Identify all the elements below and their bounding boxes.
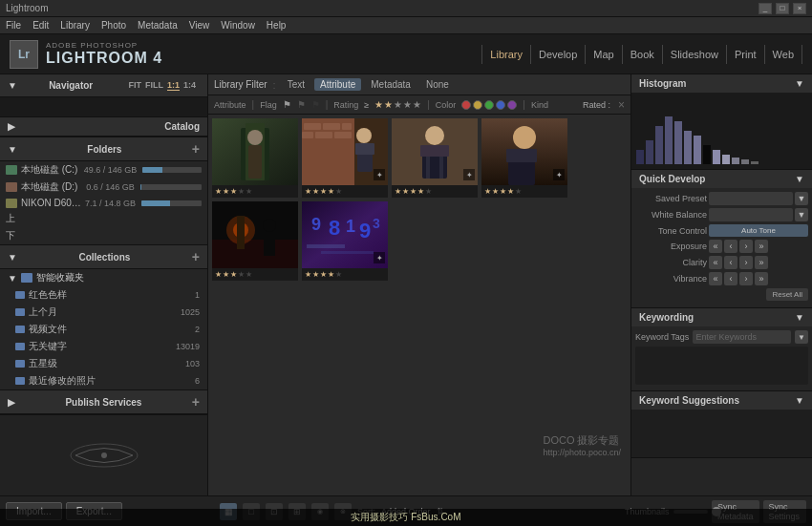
close-button[interactable]: ×: [793, 3, 806, 14]
view-compare-button[interactable]: ⊡: [266, 503, 283, 520]
photo-cell-4[interactable]: ★ ★ ★ ★ ★ ✦: [481, 118, 567, 198]
folder-item-h[interactable]: NIKON D600 (H:) 7.1 / 14.8 GB: [0, 196, 207, 210]
kw-input-field[interactable]: Enter Keywords: [693, 330, 791, 344]
photo-cell-6[interactable]: 9 8 1 9 3 ★ ★ ★ ★ ★ ✦: [302, 201, 388, 281]
qd-clarity-uu[interactable]: »: [755, 256, 768, 269]
collections-header[interactable]: ▼ Collections +: [0, 245, 207, 269]
star-3[interactable]: ★: [394, 99, 402, 110]
photo-grid[interactable]: ★ ★ ★ ★ ★: [208, 115, 630, 495]
star-4[interactable]: ★: [403, 99, 412, 110]
menu-photo[interactable]: Photo: [101, 20, 126, 31]
collection-item-2[interactable]: 视频文件 2: [0, 321, 207, 338]
star-2[interactable]: ★: [384, 99, 393, 110]
filter-tab-text[interactable]: Text: [282, 78, 310, 91]
folders-add-button[interactable]: +: [192, 141, 200, 157]
menu-view[interactable]: View: [189, 20, 210, 31]
filter-tab-metadata[interactable]: Metadata: [365, 78, 417, 91]
menu-file[interactable]: File: [6, 20, 21, 31]
flag-icon-grey[interactable]: ⚑: [297, 99, 306, 110]
rating-stars[interactable]: ★ ★ ★ ★ ★: [374, 99, 421, 110]
collection-item-3[interactable]: 无关键字 13019: [0, 338, 207, 355]
folder-item-d[interactable]: 本地磁盘 (D:) 0.6 / 146 GB: [0, 179, 207, 196]
sort-arrow[interactable]: ⇅: [437, 507, 444, 516]
qd-preset-btn[interactable]: ▼: [795, 192, 808, 205]
collection-item-1[interactable]: 上个月 1025: [0, 304, 207, 321]
keywording-header[interactable]: Keywording ▼: [631, 308, 812, 326]
sort-value[interactable]: Added Order: [381, 507, 431, 516]
1to1-control[interactable]: 1:1: [167, 80, 180, 91]
color-dot-blue[interactable]: [496, 100, 505, 110]
flag-icon-black[interactable]: ⚑: [311, 99, 320, 110]
kw-settings-button[interactable]: ▼: [795, 330, 808, 344]
folder-item-c[interactable]: 本地磁盘 (C:) 49.6 / 146 GB: [0, 161, 207, 179]
menu-metadata[interactable]: Metadata: [138, 20, 178, 31]
keyword-suggestions-header[interactable]: Keyword Suggestions ▼: [631, 391, 812, 410]
module-develop[interactable]: Develop: [531, 45, 586, 64]
collection-item-4[interactable]: 五星级 103: [0, 355, 207, 372]
sync-settings-button[interactable]: Sync Settings: [763, 500, 806, 523]
quick-develop-header[interactable]: Quick Develop ▼: [631, 170, 812, 188]
thumbnail-slider[interactable]: [673, 510, 708, 514]
view-extra1-button[interactable]: ◉: [311, 503, 329, 520]
qd-exp-u[interactable]: ›: [739, 240, 753, 253]
qd-vibrance-uu[interactable]: »: [755, 272, 768, 285]
color-dot-purple[interactable]: [507, 100, 517, 110]
thumbnail-slider-knob[interactable]: [712, 507, 721, 516]
filter-tab-none[interactable]: None: [420, 78, 455, 91]
menu-library[interactable]: Library: [60, 20, 90, 31]
qd-vibrance-dl[interactable]: «: [709, 272, 722, 285]
qd-wb-control[interactable]: [709, 208, 793, 221]
module-book[interactable]: Book: [623, 45, 663, 64]
module-print[interactable]: Print: [727, 45, 765, 64]
qd-preset-control[interactable]: [709, 192, 793, 205]
fit-control[interactable]: FIT: [128, 80, 141, 91]
import-button[interactable]: Import...: [6, 502, 62, 520]
module-library[interactable]: Library: [481, 45, 531, 64]
view-extra2-button[interactable]: ⊗: [334, 503, 352, 520]
qd-vibrance-d[interactable]: ‹: [724, 272, 737, 285]
menu-help[interactable]: Help: [267, 20, 287, 31]
module-web[interactable]: Web: [765, 45, 802, 64]
photo-cell-1[interactable]: ★ ★ ★ ★ ★: [212, 118, 298, 198]
window-controls[interactable]: _ □ ×: [759, 3, 806, 14]
qd-clarity-dl[interactable]: «: [709, 256, 722, 269]
menu-window[interactable]: Window: [221, 20, 255, 31]
filter-tab-attribute[interactable]: Attribute: [314, 78, 361, 91]
color-dot-red[interactable]: [461, 100, 471, 110]
qd-vibrance-u[interactable]: ›: [739, 272, 753, 285]
folder-item-down[interactable]: 下: [0, 227, 207, 244]
photo-cell-5[interactable]: ★ ★ ★ ★ ★: [212, 201, 298, 281]
1to4-control[interactable]: 1:4: [183, 80, 196, 91]
collections-add-button[interactable]: +: [192, 249, 200, 264]
color-dot-yellow[interactable]: [473, 100, 482, 110]
filter-close-button[interactable]: ×: [618, 98, 625, 112]
view-loupe-button[interactable]: □: [243, 503, 260, 520]
collection-item-5[interactable]: 最近修改的照片 6: [0, 372, 207, 389]
qd-reset-all-button[interactable]: Reset All: [766, 288, 808, 301]
qd-wb-btn[interactable]: ▼: [795, 208, 808, 221]
qd-exp-d[interactable]: ‹: [724, 240, 737, 253]
catalog-header[interactable]: ▶ Catalog: [0, 117, 207, 137]
minimize-button[interactable]: _: [759, 3, 772, 14]
qd-clarity-u[interactable]: ›: [739, 256, 753, 269]
folders-header[interactable]: ▼ Folders +: [0, 137, 207, 161]
qd-exp-dl[interactable]: «: [709, 240, 722, 253]
qd-auto-tone-button[interactable]: Auto Tone: [709, 224, 808, 237]
module-map[interactable]: Map: [586, 45, 622, 64]
photo-cell-3[interactable]: ★ ★ ★ ★ ★ ✦: [392, 118, 478, 198]
maximize-button[interactable]: □: [776, 3, 789, 14]
module-slideshow[interactable]: Slideshow: [663, 45, 727, 64]
export-button[interactable]: Export...: [66, 502, 122, 520]
star-1[interactable]: ★: [374, 99, 383, 110]
navigator-header[interactable]: ▼ Navigator FIT FILL 1:1 1:4: [0, 74, 207, 97]
view-grid-button[interactable]: ▦: [220, 503, 237, 520]
folder-item-up[interactable]: 上: [0, 210, 207, 227]
qd-clarity-d[interactable]: ‹: [724, 256, 737, 269]
histogram-header[interactable]: Histogram ▼: [631, 74, 812, 93]
fill-control[interactable]: FILL: [145, 80, 163, 91]
color-dot-green[interactable]: [484, 100, 494, 110]
qd-exp-uu[interactable]: »: [755, 240, 768, 253]
view-survey-button[interactable]: ⊞: [288, 503, 306, 520]
collection-item-0[interactable]: 红色色样 1: [0, 286, 207, 304]
menu-edit[interactable]: Edit: [32, 20, 49, 31]
